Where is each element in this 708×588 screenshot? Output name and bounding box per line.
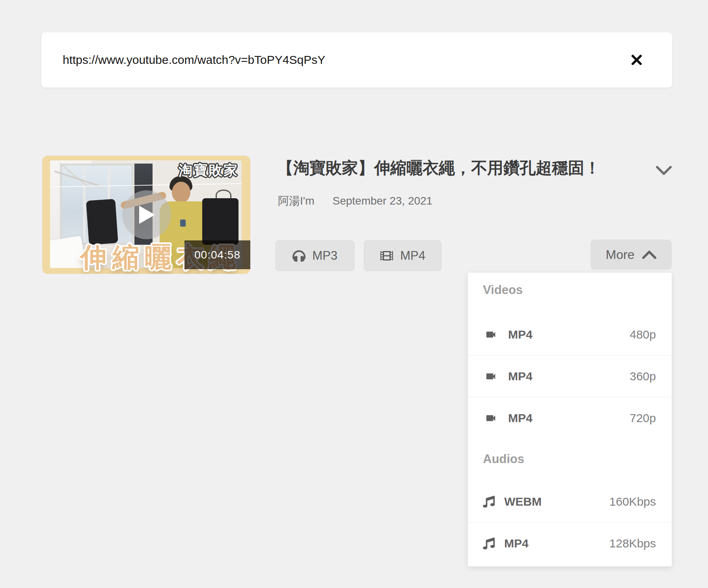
thumbnail-badge: 淘寶敗家 (179, 161, 238, 180)
format-name: MP4 (508, 328, 533, 341)
mp3-download-button[interactable]: MP3 (276, 240, 354, 271)
format-quality: 480p (630, 328, 656, 341)
format-row-webm-160kbps[interactable]: WEBM 160Kbps (468, 481, 672, 523)
url-bar-card (41, 32, 672, 87)
section-header-audios: Audios (468, 439, 672, 481)
collapse-details-button[interactable] (654, 163, 673, 179)
format-quality: 720p (630, 411, 656, 425)
close-icon (630, 53, 643, 67)
play-button[interactable] (122, 190, 171, 239)
mp4-button-label: MP4 (400, 249, 425, 263)
clear-url-button[interactable] (626, 49, 648, 71)
duration-text: 00:04:58 (194, 249, 240, 261)
format-quality: 160Kbps (609, 495, 656, 508)
videocam-icon (483, 329, 499, 341)
url-input[interactable] (62, 53, 626, 67)
format-row-mp4-480p[interactable]: MP4 480p (468, 314, 672, 355)
format-name: MP4 (504, 537, 529, 550)
format-name: MP4 (508, 411, 533, 425)
videocam-icon (483, 370, 499, 382)
video-meta: 阿湯I'm September 23, 2021 (278, 194, 432, 208)
format-row-mp4-360p[interactable]: MP4 360p (468, 355, 672, 397)
format-quality: 128Kbps (609, 537, 656, 550)
video-title: 【淘寶敗家】伸縮曬衣繩，不用鑽孔超穩固！ (277, 158, 632, 178)
formats-dropdown: Videos MP4 480p MP4 360p MP4 720p Audios (468, 273, 672, 566)
music-note-icon (483, 537, 495, 550)
mp4-download-button[interactable]: MP4 (364, 240, 442, 271)
mp3-button-label: MP3 (312, 249, 337, 263)
format-row-mp4-720p[interactable]: MP4 720p (468, 397, 672, 439)
format-row-mp4-128kbps[interactable]: MP4 128Kbps (468, 523, 672, 564)
format-name: MP4 (508, 370, 533, 383)
play-icon (138, 205, 156, 225)
format-name: WEBM (504, 495, 542, 508)
chevron-up-icon (642, 250, 656, 259)
channel-name: 阿湯I'm (278, 194, 314, 208)
section-header-videos: Videos (468, 273, 672, 314)
page: 淘寶敗家 伸縮曬衣繩 00:04:58 【淘寶敗家】伸縮曬衣繩，不用鑽孔超穩固！… (0, 0, 708, 588)
format-quality: 360p (630, 370, 656, 383)
publish-date: September 23, 2021 (332, 195, 432, 207)
more-formats-button[interactable]: More (591, 240, 672, 270)
headphones-icon (293, 249, 306, 262)
chevron-down-icon (656, 166, 672, 176)
videocam-icon (483, 412, 499, 424)
film-icon (380, 249, 393, 262)
more-button-label: More (606, 247, 635, 262)
music-note-icon (483, 495, 495, 508)
duration-badge: 00:04:58 (184, 240, 250, 269)
